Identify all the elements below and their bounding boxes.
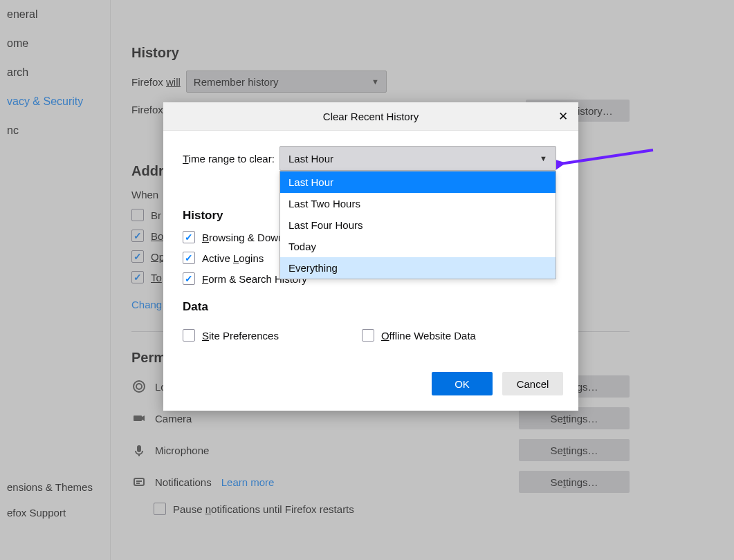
data-item-label: Offline Website Data <box>381 330 476 342</box>
data-item-checkbox[interactable] <box>362 329 374 342</box>
dialog-header: Clear Recent History ✕ <box>163 102 578 131</box>
data-item-label: Site Preferences <box>202 330 279 342</box>
history-item-label: Active Logins <box>202 252 264 264</box>
history-item-checkbox[interactable] <box>183 231 195 243</box>
time-range-value: Last Hour <box>288 153 333 165</box>
history-item-label: Browsing & Down <box>202 232 284 243</box>
time-range-option[interactable]: Last Two Hours <box>280 193 556 214</box>
modal-data-heading: Data <box>183 300 559 314</box>
ok-button[interactable]: OK <box>432 372 493 395</box>
time-range-listbox: Last HourLast Two HoursLast Four HoursTo… <box>279 171 556 279</box>
chevron-down-icon: ▼ <box>540 154 547 162</box>
history-item-checkbox[interactable] <box>183 252 195 264</box>
cancel-button[interactable]: Cancel <box>502 372 563 395</box>
time-range-option[interactable]: Last Four Hours <box>280 214 556 236</box>
time-range-dropdown[interactable]: Last Hour ▼ <box>279 146 556 171</box>
close-icon[interactable]: ✕ <box>555 108 571 124</box>
time-range-option[interactable]: Everything <box>280 257 556 279</box>
time-range-option[interactable]: Last Hour <box>280 171 556 193</box>
clear-history-dialog: Clear Recent History ✕ Time range to cle… <box>163 102 578 411</box>
history-item-checkbox[interactable] <box>183 272 195 285</box>
time-range-option[interactable]: Today <box>280 236 556 257</box>
time-range-label: Time range to clear: <box>183 153 279 165</box>
data-item-checkbox[interactable] <box>183 329 195 342</box>
dialog-title: Clear Recent History <box>323 111 419 122</box>
